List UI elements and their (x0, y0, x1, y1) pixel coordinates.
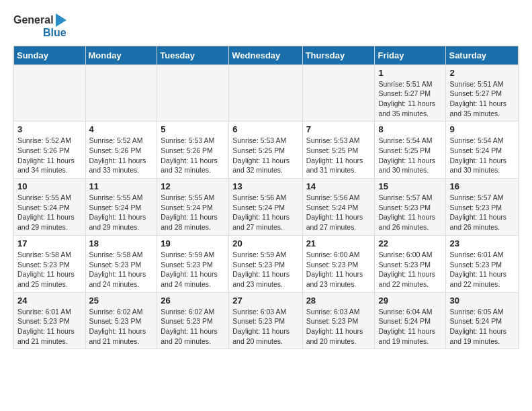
calendar-cell: 24Sunrise: 6:01 AM Sunset: 5:23 PM Dayli… (14, 292, 86, 349)
day-number: 27 (232, 295, 298, 306)
calendar-cell: 21Sunrise: 6:00 AM Sunset: 5:23 PM Dayli… (302, 235, 375, 292)
day-info: Sunrise: 5:57 AM Sunset: 5:23 PM Dayligh… (449, 193, 515, 232)
day-number: 1 (378, 68, 442, 78)
calendar-cell (229, 64, 302, 122)
day-number: 10 (17, 181, 82, 191)
day-number: 22 (378, 238, 442, 248)
day-number: 26 (161, 295, 225, 306)
day-info: Sunrise: 5:53 AM Sunset: 5:25 PM Dayligh… (306, 136, 371, 175)
day-number: 15 (378, 181, 442, 191)
day-info: Sunrise: 6:03 AM Sunset: 5:23 PM Dayligh… (306, 307, 371, 347)
day-number: 24 (17, 295, 82, 306)
day-number: 28 (306, 295, 371, 306)
day-header-friday: Friday (375, 46, 446, 64)
page-header: General Blue (13, 13, 519, 39)
day-info: Sunrise: 6:04 AM Sunset: 5:24 PM Dayligh… (378, 307, 442, 347)
day-number: 20 (232, 238, 298, 248)
calendar-cell: 8Sunrise: 5:54 AM Sunset: 5:25 PM Daylig… (375, 122, 446, 179)
day-info: Sunrise: 5:52 AM Sunset: 5:26 PM Dayligh… (17, 136, 82, 175)
calendar-cell: 14Sunrise: 5:56 AM Sunset: 5:24 PM Dayli… (302, 179, 375, 236)
calendar-cell: 12Sunrise: 5:55 AM Sunset: 5:24 PM Dayli… (157, 179, 229, 236)
calendar-cell: 15Sunrise: 5:57 AM Sunset: 5:23 PM Dayli… (375, 179, 446, 236)
day-number: 19 (161, 238, 225, 248)
calendar-cell (85, 64, 157, 122)
logo-blue: Blue (43, 27, 66, 39)
calendar-cell: 30Sunrise: 6:05 AM Sunset: 5:24 PM Dayli… (446, 292, 519, 349)
calendar-cell: 4Sunrise: 5:52 AM Sunset: 5:26 PM Daylig… (85, 122, 157, 179)
day-header-saturday: Saturday (446, 46, 519, 64)
calendar-table: SundayMondayTuesdayWednesdayThursdayFrid… (13, 46, 519, 350)
calendar-week-row: 24Sunrise: 6:01 AM Sunset: 5:23 PM Dayli… (14, 292, 519, 349)
day-number: 14 (306, 181, 371, 191)
day-info: Sunrise: 5:59 AM Sunset: 5:23 PM Dayligh… (161, 250, 225, 289)
day-info: Sunrise: 6:02 AM Sunset: 5:23 PM Dayligh… (89, 307, 154, 347)
day-header-thursday: Thursday (302, 46, 375, 64)
day-header-tuesday: Tuesday (157, 46, 229, 64)
calendar-cell (157, 64, 229, 122)
calendar-cell: 11Sunrise: 5:55 AM Sunset: 5:24 PM Dayli… (85, 179, 157, 236)
day-info: Sunrise: 5:53 AM Sunset: 5:26 PM Dayligh… (161, 136, 225, 175)
day-info: Sunrise: 6:05 AM Sunset: 5:24 PM Dayligh… (449, 307, 515, 347)
day-info: Sunrise: 5:55 AM Sunset: 5:24 PM Dayligh… (89, 193, 154, 232)
calendar-cell: 2Sunrise: 5:51 AM Sunset: 5:27 PM Daylig… (446, 64, 519, 122)
day-number: 18 (89, 238, 154, 248)
day-info: Sunrise: 6:02 AM Sunset: 5:23 PM Dayligh… (161, 307, 225, 347)
calendar-cell: 18Sunrise: 5:58 AM Sunset: 5:23 PM Dayli… (85, 235, 157, 292)
day-header-monday: Monday (85, 46, 157, 64)
calendar-cell: 26Sunrise: 6:02 AM Sunset: 5:23 PM Dayli… (157, 292, 229, 349)
calendar-cell: 6Sunrise: 5:53 AM Sunset: 5:25 PM Daylig… (229, 122, 302, 179)
calendar-cell: 1Sunrise: 5:51 AM Sunset: 5:27 PM Daylig… (375, 64, 446, 122)
calendar-cell: 17Sunrise: 5:58 AM Sunset: 5:23 PM Dayli… (14, 235, 86, 292)
day-info: Sunrise: 5:55 AM Sunset: 5:24 PM Dayligh… (17, 193, 82, 232)
calendar-cell: 25Sunrise: 6:02 AM Sunset: 5:23 PM Dayli… (85, 292, 157, 349)
day-number: 6 (232, 124, 298, 134)
day-number: 5 (161, 124, 225, 134)
day-info: Sunrise: 5:56 AM Sunset: 5:24 PM Dayligh… (232, 193, 298, 232)
day-info: Sunrise: 5:55 AM Sunset: 5:24 PM Dayligh… (161, 193, 225, 232)
day-number: 21 (306, 238, 371, 248)
day-number: 8 (378, 124, 442, 134)
day-info: Sunrise: 5:57 AM Sunset: 5:23 PM Dayligh… (378, 193, 442, 232)
day-info: Sunrise: 5:56 AM Sunset: 5:24 PM Dayligh… (306, 193, 371, 232)
day-info: Sunrise: 5:59 AM Sunset: 5:23 PM Dayligh… (232, 250, 298, 289)
day-info: Sunrise: 6:01 AM Sunset: 5:23 PM Dayligh… (449, 250, 515, 289)
day-info: Sunrise: 5:52 AM Sunset: 5:26 PM Dayligh… (89, 136, 154, 175)
logo-general: General (13, 14, 54, 26)
day-info: Sunrise: 6:00 AM Sunset: 5:23 PM Dayligh… (306, 250, 371, 289)
calendar-cell: 13Sunrise: 5:56 AM Sunset: 5:24 PM Dayli… (229, 179, 302, 236)
day-header-sunday: Sunday (14, 46, 86, 64)
calendar-cell: 28Sunrise: 6:03 AM Sunset: 5:23 PM Dayli… (302, 292, 375, 349)
calendar-cell: 3Sunrise: 5:52 AM Sunset: 5:26 PM Daylig… (14, 122, 86, 179)
calendar-cell (14, 64, 86, 122)
calendar-header-row: SundayMondayTuesdayWednesdayThursdayFrid… (14, 46, 519, 64)
calendar-cell: 22Sunrise: 6:00 AM Sunset: 5:23 PM Dayli… (375, 235, 446, 292)
day-number: 7 (306, 124, 371, 134)
day-info: Sunrise: 6:03 AM Sunset: 5:23 PM Dayligh… (232, 307, 298, 347)
day-number: 9 (449, 124, 515, 134)
day-info: Sunrise: 5:54 AM Sunset: 5:24 PM Dayligh… (449, 136, 515, 175)
day-number: 16 (449, 181, 515, 191)
calendar-cell: 19Sunrise: 5:59 AM Sunset: 5:23 PM Dayli… (157, 235, 229, 292)
calendar-cell: 10Sunrise: 5:55 AM Sunset: 5:24 PM Dayli… (14, 179, 86, 236)
day-info: Sunrise: 6:01 AM Sunset: 5:23 PM Dayligh… (17, 307, 82, 347)
calendar-cell: 9Sunrise: 5:54 AM Sunset: 5:24 PM Daylig… (446, 122, 519, 179)
calendar-week-row: 3Sunrise: 5:52 AM Sunset: 5:26 PM Daylig… (14, 122, 519, 179)
day-number: 17 (17, 238, 82, 248)
day-info: Sunrise: 5:51 AM Sunset: 5:27 PM Dayligh… (378, 79, 442, 119)
calendar-week-row: 1Sunrise: 5:51 AM Sunset: 5:27 PM Daylig… (14, 64, 519, 122)
calendar-cell: 20Sunrise: 5:59 AM Sunset: 5:23 PM Dayli… (229, 235, 302, 292)
day-info: Sunrise: 5:51 AM Sunset: 5:27 PM Dayligh… (449, 79, 515, 119)
day-number: 12 (161, 181, 225, 191)
calendar-cell: 5Sunrise: 5:53 AM Sunset: 5:26 PM Daylig… (157, 122, 229, 179)
calendar-week-row: 17Sunrise: 5:58 AM Sunset: 5:23 PM Dayli… (14, 235, 519, 292)
day-number: 29 (378, 295, 442, 306)
day-number: 13 (232, 181, 298, 191)
day-number: 2 (449, 68, 515, 78)
logo: General Blue (13, 13, 66, 39)
day-info: Sunrise: 5:58 AM Sunset: 5:23 PM Dayligh… (17, 250, 82, 289)
calendar-cell: 16Sunrise: 5:57 AM Sunset: 5:23 PM Dayli… (446, 179, 519, 236)
day-info: Sunrise: 6:00 AM Sunset: 5:23 PM Dayligh… (378, 250, 442, 289)
calendar-cell: 23Sunrise: 6:01 AM Sunset: 5:23 PM Dayli… (446, 235, 519, 292)
calendar-cell: 27Sunrise: 6:03 AM Sunset: 5:23 PM Dayli… (229, 292, 302, 349)
day-number: 30 (449, 295, 515, 306)
